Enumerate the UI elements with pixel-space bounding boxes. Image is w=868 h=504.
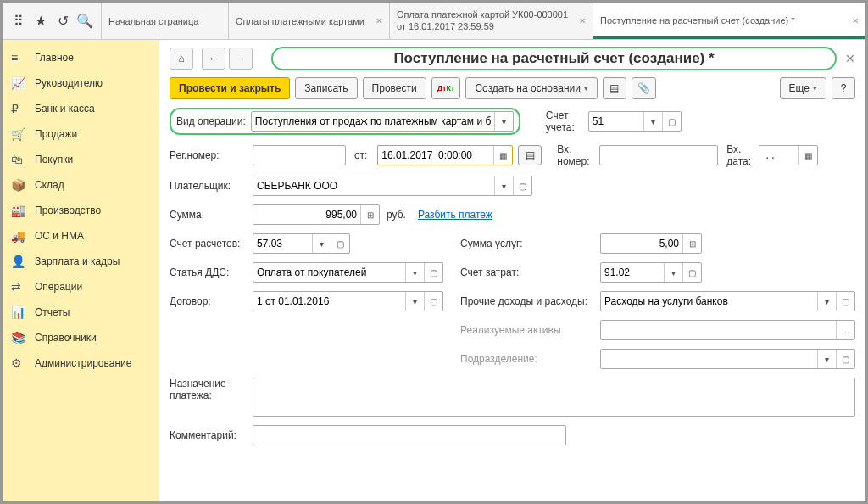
star-icon[interactable]: ★: [31, 12, 50, 31]
open-icon[interactable]: ▢: [424, 263, 442, 282]
dropdown-icon[interactable]: ▾: [405, 263, 424, 282]
sidebar-item-sales[interactable]: 🛒Продажи: [3, 121, 159, 147]
open-icon[interactable]: ▢: [836, 292, 854, 311]
division-input[interactable]: [601, 350, 817, 368]
sidebar-item-manager[interactable]: 📈Руководителю: [3, 70, 159, 96]
cost-account-field[interactable]: ▾ ▢: [600, 262, 702, 283]
operation-type-field[interactable]: ▾: [251, 111, 514, 132]
close-icon[interactable]: ✕: [852, 16, 859, 25]
other-income-input[interactable]: [601, 292, 817, 311]
open-icon[interactable]: ▢: [331, 234, 349, 253]
operation-type-input[interactable]: [252, 112, 494, 131]
settle-account-input[interactable]: [253, 234, 312, 253]
dtkt-button[interactable]: ДтКт: [431, 77, 461, 99]
sidebar-item-purchases[interactable]: 🛍Покупки: [3, 147, 159, 172]
dropdown-icon[interactable]: ▾: [643, 112, 662, 131]
calendar-icon[interactable]: ▦: [798, 146, 817, 165]
service-sum-field[interactable]: ⊞: [600, 233, 702, 254]
dropdown-icon[interactable]: ▾: [664, 263, 682, 282]
close-icon[interactable]: ✕: [845, 52, 855, 65]
home-button[interactable]: ⌂: [170, 48, 193, 70]
tab-label: Начальная страница: [108, 16, 198, 26]
open-icon[interactable]: ▢: [513, 176, 531, 195]
print-button[interactable]: ▤: [603, 77, 626, 99]
factory-icon: 🏭: [11, 204, 28, 217]
tab-card-payment-doc[interactable]: Оплата платежной картой УК00-000001 от 1…: [389, 3, 593, 39]
post-and-close-button[interactable]: Провести и закрыть: [170, 77, 290, 99]
account-field[interactable]: ▾ ▢: [588, 111, 682, 132]
dds-input[interactable]: [253, 263, 405, 282]
apps-icon[interactable]: ⠿: [9, 12, 28, 31]
sidebar-item-reports[interactable]: 📊Отчеты: [3, 300, 159, 325]
open-icon[interactable]: ▢: [662, 112, 681, 131]
assets-input[interactable]: [601, 321, 836, 339]
sidebar-item-hr[interactable]: 👤Зарплата и кадры: [3, 249, 159, 274]
reg-number-input[interactable]: [253, 146, 345, 165]
payer-field[interactable]: ▾ ▢: [253, 176, 532, 196]
sidebar-item-bank[interactable]: ₽Банк и касса: [3, 96, 159, 121]
more-icon[interactable]: …: [836, 321, 854, 339]
comment-input[interactable]: [253, 426, 565, 445]
dropdown-icon[interactable]: ▾: [817, 292, 836, 311]
in-date-input[interactable]: [760, 146, 798, 165]
calculator-icon[interactable]: ⊞: [360, 205, 379, 224]
history-icon[interactable]: ↺: [53, 12, 72, 31]
division-field[interactable]: ▾ ▢: [600, 349, 855, 369]
close-icon[interactable]: ✕: [579, 16, 586, 25]
form-button[interactable]: ▤: [518, 145, 542, 165]
split-payment-link[interactable]: Разбить платеж: [418, 209, 492, 221]
other-income-field[interactable]: ▾ ▢: [600, 291, 855, 311]
dropdown-icon[interactable]: ▾: [494, 176, 513, 195]
dds-field[interactable]: ▾ ▢: [253, 262, 443, 283]
create-based-button[interactable]: Создать на основании▾: [465, 77, 598, 99]
contract-input[interactable]: [253, 292, 405, 311]
close-icon[interactable]: ✕: [376, 16, 382, 25]
reg-number-field[interactable]: [253, 145, 346, 165]
service-sum-input[interactable]: [601, 234, 682, 253]
dropdown-icon[interactable]: ▾: [817, 350, 836, 368]
open-icon[interactable]: ▢: [682, 263, 701, 282]
date-field[interactable]: ▦: [377, 145, 513, 165]
calculator-icon[interactable]: ⊞: [682, 234, 701, 253]
cost-account-input[interactable]: [601, 263, 664, 282]
search-icon[interactable]: 🔍: [75, 12, 94, 31]
dropdown-icon[interactable]: ▾: [494, 112, 513, 131]
tab-bank-receipt[interactable]: Поступление на расчетный счет (создание)…: [593, 3, 865, 39]
in-date-field[interactable]: ▦: [759, 145, 818, 165]
sidebar: ≡Главное 📈Руководителю ₽Банк и касса 🛒Пр…: [3, 40, 159, 501]
assets-field[interactable]: …: [600, 320, 855, 340]
in-number-input[interactable]: [600, 146, 717, 165]
settle-account-field[interactable]: ▾ ▢: [253, 233, 350, 254]
calendar-icon[interactable]: ▦: [493, 146, 512, 165]
back-button[interactable]: ←: [202, 48, 225, 70]
open-icon[interactable]: ▢: [424, 292, 442, 311]
more-button[interactable]: Еще▾: [780, 77, 826, 99]
attach-button[interactable]: 📎: [632, 77, 656, 99]
tab-card-payments[interactable]: Оплаты платежными картами ✕: [228, 3, 389, 39]
sidebar-item-assets[interactable]: 🚚ОС и НМА: [3, 223, 159, 249]
payer-input[interactable]: [253, 176, 494, 195]
in-number-field[interactable]: [599, 145, 718, 165]
forward-button[interactable]: →: [229, 48, 253, 70]
tab-home[interactable]: Начальная страница: [101, 3, 228, 39]
tab-label: Оплата платежной картой УК00-000001 от 1…: [397, 9, 574, 31]
save-button[interactable]: Записать: [295, 77, 357, 99]
sidebar-item-production[interactable]: 🏭Производство: [3, 198, 159, 223]
account-input[interactable]: [589, 112, 643, 131]
sum-input[interactable]: [253, 205, 360, 224]
dropdown-icon[interactable]: ▾: [405, 292, 424, 311]
open-icon[interactable]: ▢: [836, 350, 854, 368]
post-button[interactable]: Провести: [363, 77, 426, 99]
date-input[interactable]: [378, 146, 493, 165]
dropdown-icon[interactable]: ▾: [312, 234, 331, 253]
help-button[interactable]: ?: [832, 77, 855, 99]
sidebar-item-warehouse[interactable]: 📦Склад: [3, 172, 159, 198]
sidebar-item-refs[interactable]: 📚Справочники: [3, 325, 159, 350]
sidebar-item-main[interactable]: ≡Главное: [3, 45, 159, 70]
sidebar-item-admin[interactable]: ⚙Администрирование: [3, 350, 159, 376]
sidebar-item-operations[interactable]: ⇄Операции: [3, 274, 159, 300]
contract-field[interactable]: ▾ ▢: [253, 291, 443, 311]
purpose-textarea[interactable]: [253, 378, 855, 417]
comment-field[interactable]: [253, 425, 566, 445]
sum-field[interactable]: ⊞: [253, 204, 380, 225]
